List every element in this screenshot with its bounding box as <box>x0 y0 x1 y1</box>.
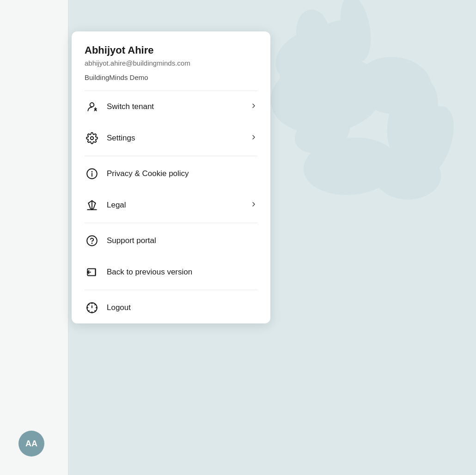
legal-label: Legal <box>107 201 250 210</box>
info-icon <box>85 166 99 181</box>
menu-item-settings[interactable]: Settings <box>72 122 270 154</box>
back-icon <box>85 265 99 280</box>
switch-tenant-icon <box>85 99 99 114</box>
user-info-section: Abhijyot Ahire abhijyot.ahire@buildingmi… <box>72 31 270 91</box>
back-version-label: Back to previous version <box>107 268 257 277</box>
logout-label: Logout <box>107 303 257 312</box>
menu-item-privacy[interactable]: Privacy & Cookie policy <box>72 158 270 189</box>
logout-icon <box>85 300 99 315</box>
menu-item-back-version[interactable]: Back to previous version <box>72 256 270 288</box>
settings-icon <box>85 131 99 146</box>
switch-tenant-label: Switch tenant <box>107 102 250 111</box>
svg-point-13 <box>91 137 94 140</box>
menu-item-legal[interactable]: Legal <box>72 189 270 221</box>
chevron-icon <box>250 201 257 210</box>
avatar[interactable]: AA <box>18 431 44 457</box>
user-dropdown-panel: Abhijyot Ahire abhijyot.ahire@buildingmi… <box>72 31 270 323</box>
chevron-icon <box>250 134 257 143</box>
svg-point-12 <box>90 103 94 107</box>
support-label: Support portal <box>107 236 257 245</box>
menu-item-support[interactable]: Support portal <box>72 225 270 256</box>
section-divider-1 <box>85 156 257 156</box>
section-divider-3 <box>85 290 257 290</box>
user-email: abhijyot.ahire@buildingminds.com <box>85 59 257 67</box>
support-icon <box>85 233 99 248</box>
svg-point-19 <box>87 236 97 246</box>
tenant-name: BuildingMinds Demo <box>85 73 257 81</box>
menu-item-logout[interactable]: Logout <box>72 292 270 323</box>
chevron-icon <box>250 102 257 111</box>
legal-icon <box>85 198 99 213</box>
user-name: Abhijyot Ahire <box>85 44 257 56</box>
privacy-label: Privacy & Cookie policy <box>107 169 257 178</box>
section-divider-2 <box>85 223 257 223</box>
menu-item-switch-tenant[interactable]: Switch tenant <box>72 91 270 122</box>
sidebar <box>0 0 68 475</box>
avatar-initials: AA <box>25 439 37 449</box>
settings-label: Settings <box>107 134 250 143</box>
